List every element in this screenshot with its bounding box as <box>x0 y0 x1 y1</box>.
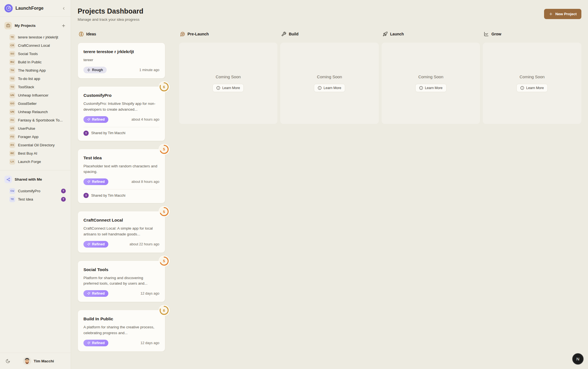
coming-soon-label: Coming Soon <box>418 74 443 79</box>
column-header-launch: Launch <box>382 32 480 37</box>
sidebar-item-shared-project[interactable]: TETest IdeaT <box>3 195 68 203</box>
shared-section-header[interactable]: Shared with Me <box>3 175 68 184</box>
project-card[interactable]: 5CraftConnect LocalCraftConnect Local: A… <box>78 211 165 253</box>
sidebar-item-project[interactable]: CRCraftConnect Local <box>3 41 68 50</box>
my-projects-list: TEterere terestoe r jrklekrljtCRCraftCon… <box>3 33 68 166</box>
project-initials-avatar: TE <box>9 196 15 202</box>
project-initials-avatar: UN <box>9 92 15 98</box>
card-title: Test Idea <box>83 155 159 160</box>
chart-icon <box>484 32 489 37</box>
dark-mode-toggle[interactable] <box>4 358 11 365</box>
column-grow: GrowComing SoonLearn More <box>483 32 581 369</box>
project-initials-avatar: GO <box>9 101 15 106</box>
sparkles-icon <box>87 292 90 295</box>
project-card[interactable]: terere terestoe r jrklekrljttereerRough1… <box>78 43 165 79</box>
card-timestamp: about 22 hours ago <box>130 242 159 246</box>
card-title: Build In Public <box>83 316 159 321</box>
score-value: 6 <box>163 308 165 313</box>
coming-soon-panel-build: Coming SoonLearn More <box>280 43 379 124</box>
card-title: terere terestoe r jrklekrljt <box>83 49 159 54</box>
column-header-ideas: Ideas <box>78 32 176 37</box>
sidebar-item-project[interactable]: SOSocial Tools <box>3 50 68 58</box>
project-card[interactable]: 5Test IdeaPlaceholder text with random c… <box>78 149 165 204</box>
project-initials-avatar: BU <box>9 59 15 65</box>
sparkles-icon <box>87 341 90 345</box>
status-badge: Refined <box>83 290 108 297</box>
sidebar-item-shared-project[interactable]: CUCustomifyProT <box>3 187 68 195</box>
shared-by-label: Shared by Tim Macchi <box>91 131 125 135</box>
sidebar-item-project[interactable]: LALaunch Forge <box>3 157 68 166</box>
status-label: Rough <box>92 68 103 72</box>
brand-name: LaunchForge <box>15 6 57 11</box>
sidebar-item-project[interactable]: ESEssential Oil Directory <box>3 141 68 149</box>
sidebar-item-project[interactable]: TOTo-do list app <box>3 74 68 83</box>
sparkles-icon <box>87 118 90 121</box>
page-title: Projects Dashboard <box>78 7 143 15</box>
shared-with-me-list: CUCustomifyProTTETest IdeaT <box>3 187 68 203</box>
status-badge: Refined <box>83 116 108 123</box>
sidebar-item-project[interactable]: TOToolStack <box>3 83 68 91</box>
sidebar-item-project[interactable]: GOGoodSeller <box>3 99 68 108</box>
brain-icon <box>79 32 84 37</box>
status-label: Refined <box>92 341 105 345</box>
sidebar-item-label: Forager App <box>18 135 66 139</box>
card-timestamp: about 8 hours ago <box>132 180 159 184</box>
sidebar-item-project[interactable]: UNUnheap Relaunch <box>3 108 68 116</box>
score-value: 5 <box>163 210 165 214</box>
sidebar-item-project[interactable]: BEBest Buy AI <box>3 149 68 157</box>
card-description: Platform for sharing and discovering pre… <box>83 275 159 287</box>
sidebar-item-label: Build In Public <box>18 60 66 64</box>
project-card[interactable]: 5Social ToolsPlatform for sharing and di… <box>78 261 165 302</box>
add-project-button[interactable] <box>61 23 66 28</box>
sidebar-item-label: Test Idea <box>18 197 58 201</box>
sidebar-item-label: To-do list app <box>18 77 66 81</box>
project-card[interactable]: 6Build In PublicA platform for sharing t… <box>78 310 165 352</box>
sidebar-item-project[interactable]: THThe Nothing App <box>3 66 68 74</box>
learn-more-button[interactable]: Learn More <box>314 84 345 92</box>
sidebar-item-label: GoodSeller <box>18 102 66 106</box>
project-initials-avatar: TH <box>9 67 15 73</box>
learn-more-button[interactable]: Learn More <box>415 84 447 92</box>
project-initials-avatar: TO <box>9 76 15 82</box>
card-description: Placeholder text with random characters … <box>83 163 159 175</box>
my-projects-section-header[interactable]: My Projects <box>3 21 68 30</box>
sharer-avatar: T <box>83 193 89 198</box>
card-title: Social Tools <box>83 267 159 272</box>
card-description: tereer <box>83 57 159 63</box>
page-header: Projects Dashboard Manage and track your… <box>78 7 581 22</box>
sidebar-collapse-button[interactable] <box>60 5 67 12</box>
user-menu[interactable]: Tim Macchi <box>23 357 54 365</box>
learn-more-button[interactable]: Learn More <box>212 84 244 92</box>
plus-icon <box>549 12 553 16</box>
sidebar-item-project[interactable]: UNUnheap Influencer <box>3 91 68 99</box>
sidebar-item-label: terere terestoe r jrklekrljt <box>18 35 66 39</box>
sidebar-item-project[interactable]: TEterere terestoe r jrklekrljt <box>3 33 68 41</box>
user-name: Tim Macchi <box>34 359 54 363</box>
card-title: CraftConnect Local <box>83 218 159 223</box>
sidebar-item-label: UserPulse <box>18 126 66 131</box>
sidebar-item-project[interactable]: FAFantasy & Sportsbook To... <box>3 116 68 124</box>
coming-soon-panel-prelaunch: Coming SoonLearn More <box>179 43 278 124</box>
card-timestamp: 12 days ago <box>140 292 159 295</box>
learn-more-label: Learn More <box>425 86 443 90</box>
sidebar: LaunchForge My Projects TEterere teresto… <box>0 0 71 369</box>
sidebar-item-project[interactable]: USUserPulse <box>3 124 68 132</box>
column-label: Ideas <box>86 32 96 36</box>
sidebar-item-project[interactable]: FOForager App <box>3 132 68 141</box>
learn-more-button[interactable]: Learn More <box>516 84 548 92</box>
card-timestamp: about 4 hours ago <box>132 118 159 121</box>
project-card[interactable]: 6CustomifyProCustomifyPro: Intuitive Sho… <box>78 86 165 141</box>
sidebar-item-project[interactable]: BUBuild In Public <box>3 58 68 66</box>
rocket-icon <box>383 32 388 37</box>
project-initials-avatar: FO <box>9 134 15 140</box>
nextjs-dev-indicator[interactable]: N <box>572 353 584 365</box>
card-meta-row: Refinedabout 4 hours ago <box>83 116 159 123</box>
info-icon <box>318 86 322 90</box>
briefcase-icon <box>4 22 12 29</box>
shared-with-me-label: Shared with Me <box>15 177 66 181</box>
card-description: CraftConnect Local: A simple app for loc… <box>83 226 159 237</box>
column-launch: LaunchComing SoonLearn More <box>382 32 480 369</box>
sidebar-header: LaunchForge <box>0 0 71 17</box>
new-project-button[interactable]: New Project <box>544 9 581 19</box>
page-subtitle: Manage and track your idea progress <box>78 17 143 22</box>
